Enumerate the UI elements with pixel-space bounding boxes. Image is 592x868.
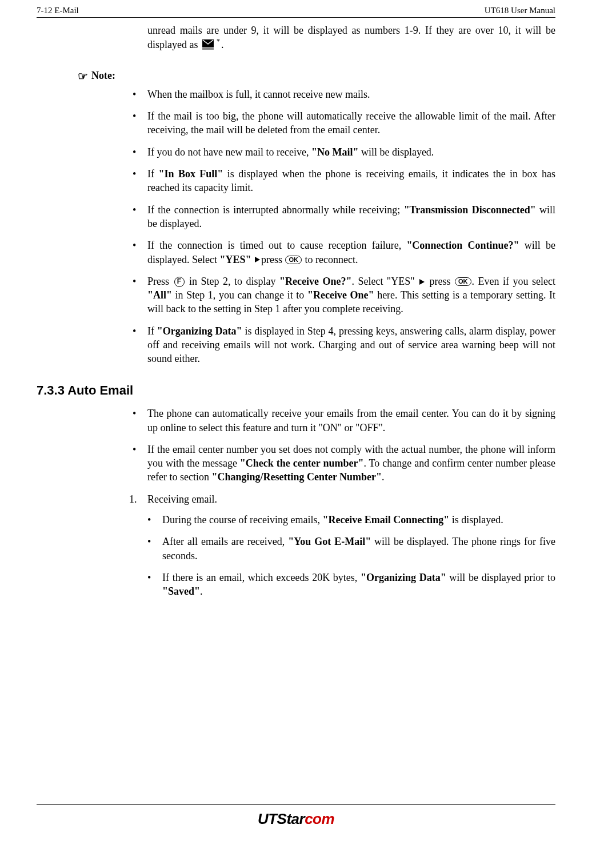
bold-text: "YES"	[219, 254, 251, 265]
page-footer: UTStarcom	[0, 804, 592, 829]
text: Press	[147, 276, 173, 287]
header-left: 7-12 E-Mail	[37, 5, 79, 16]
text: If the mail is too big, the phone will a…	[147, 110, 555, 136]
intro-text-post: .	[221, 39, 224, 50]
hand-point-right-icon: ☞	[78, 69, 88, 84]
section-bullet-item: The phone can automatically receive your…	[127, 407, 555, 435]
text: .	[200, 586, 203, 597]
page-header: 7-12 E-Mail UT618 User Manual	[37, 5, 555, 18]
text: will be displayed.	[358, 146, 434, 158]
list-number: 1.	[129, 492, 137, 506]
note-item: If the mail is too big, the phone will a…	[127, 109, 555, 137]
f-button-icon: F	[174, 277, 185, 287]
svg-rect-1	[202, 48, 214, 50]
bold-text: "Saved"	[162, 586, 200, 597]
svg-text:*: *	[217, 38, 220, 45]
text: . Select "YES"	[351, 276, 418, 287]
bold-text: "Transmission Disconnected"	[404, 204, 536, 216]
bold-text: "Receive One?"	[279, 276, 351, 287]
section-sub-bullets: During the course of receiving emails, "…	[142, 513, 555, 598]
text: is displayed.	[449, 514, 503, 525]
text: .	[382, 471, 385, 483]
triangle-right-icon	[419, 279, 425, 285]
note-heading: ☞Note:	[78, 67, 555, 83]
triangle-right-icon	[255, 257, 260, 262]
note-item: If the connection is interrupted abnorma…	[127, 203, 555, 231]
section-bullet-item: If the email center number you set does …	[127, 443, 555, 484]
numbered-item: 1.Receiving email.	[127, 492, 555, 506]
bold-text: "Organizing Data"	[361, 572, 446, 583]
text: press	[426, 276, 454, 287]
note-item: When the mailbox is full, it cannot rece…	[127, 87, 555, 101]
note-item: If "Organizing Data" is displayed in Ste…	[127, 324, 555, 366]
intro-paragraph: unread mails are under 9, it will be dis…	[147, 23, 555, 51]
ok-button-icon: OK	[285, 256, 302, 264]
note-item: If you do not have new mail to receive, …	[127, 145, 555, 159]
section-numbered: 1.Receiving email.	[127, 492, 555, 506]
text: After all emails are received,	[162, 536, 288, 547]
text: If you do not have new mail to receive,	[147, 146, 311, 158]
sub-bullet-item: If there is an email, which exceeds 20K …	[142, 571, 555, 599]
text: in Step 2, to display	[186, 276, 279, 287]
numbered-text: Receiving email.	[147, 493, 217, 505]
header-right: UT618 User Manual	[485, 5, 555, 16]
note-item: Press F in Step 2, to display "Receive O…	[127, 274, 555, 316]
text: to reconnect.	[302, 254, 358, 265]
text: . Even if you select	[472, 276, 555, 287]
text: If the connection is interrupted abnorma…	[147, 204, 404, 216]
bold-text: "No Mail"	[311, 146, 358, 158]
text: The phone can automatically receive your…	[147, 408, 555, 433]
text: During the course of receiving emails,	[162, 514, 322, 525]
note-item: If the connection is timed out to cause …	[127, 238, 555, 266]
bold-text: "All"	[147, 289, 172, 301]
bold-text: "Organizing Data"	[157, 325, 242, 337]
text: in Step 1, you can change it to	[172, 289, 307, 301]
bold-text: "Check the center number"	[240, 457, 364, 469]
text: If there is an email, which exceeds 20K …	[162, 572, 361, 583]
text: If the connection is timed out to cause …	[147, 240, 406, 251]
bold-text: "Connection Continue?"	[406, 240, 519, 251]
utstarcom-logo: UTStarcom	[0, 809, 592, 829]
text: If	[147, 168, 158, 180]
bold-text: "Receive Email Connecting"	[322, 514, 449, 525]
section-heading: 7.3.3 Auto Email	[37, 382, 555, 399]
section-bullets: The phone can automatically receive your…	[127, 407, 555, 484]
page: 7-12 E-Mail UT618 User Manual unread mai…	[0, 0, 592, 835]
sub-bullet-item: During the course of receiving emails, "…	[142, 513, 555, 527]
text: will be displayed prior to	[446, 572, 555, 583]
footer-rule	[37, 804, 555, 805]
text: press	[261, 254, 285, 265]
mail-asterisk-icon: *	[202, 38, 220, 51]
text: When the mailbox is full, it cannot rece…	[147, 89, 370, 100]
note-label: Note:	[91, 70, 115, 81]
text	[251, 254, 254, 265]
ok-button-icon: OK	[455, 277, 471, 286]
sub-bullet-item: After all emails are received, "You Got …	[142, 535, 555, 563]
bold-text: "You Got E-Mail"	[288, 536, 371, 547]
bold-text: "In Box Full"	[158, 168, 223, 180]
logo-ut: UT	[258, 810, 277, 827]
text: If	[147, 325, 157, 337]
note-item: If "In Box Full" is displayed when the p…	[127, 167, 555, 195]
bold-text: "Changing/Resetting Center Number"	[211, 471, 382, 483]
logo-star: Star	[277, 810, 305, 827]
note-list: When the mailbox is full, it cannot rece…	[127, 87, 555, 366]
bold-text: "Receive One"	[307, 289, 374, 301]
logo-com: com	[305, 810, 334, 827]
